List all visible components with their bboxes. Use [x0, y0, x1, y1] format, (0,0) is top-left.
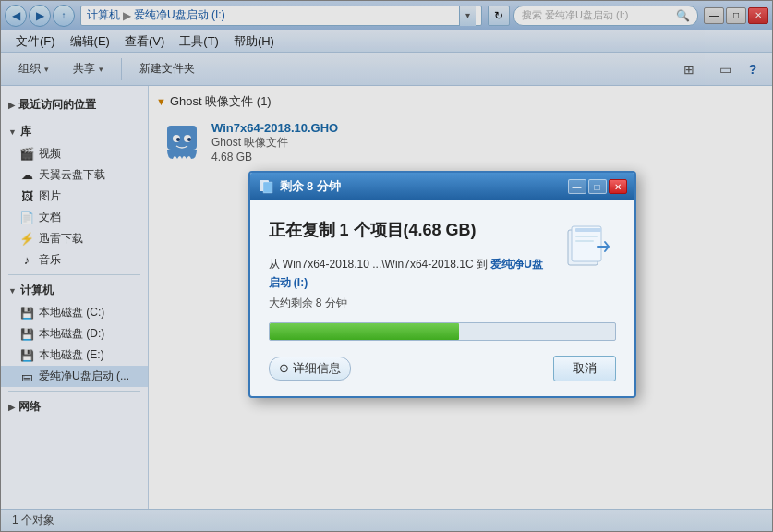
dialog-controls: — □ ✕	[568, 179, 627, 194]
dialog-titlebar: 剩余 8 分钟 — □ ✕	[250, 173, 634, 200]
copy-animation-icon	[561, 219, 616, 274]
from-path: Win7x64-2018.10 ...\Win7x64-2018.1C	[283, 258, 474, 271]
dialog-minimize-button[interactable]: —	[568, 179, 586, 194]
copy-dialog: 剩余 8 分钟 — □ ✕ 正在复制 1 个项目(4.68 GB) 从 Win7…	[248, 171, 636, 397]
dialog-title: 剩余 8 分钟	[280, 178, 568, 195]
to-label: 到	[477, 258, 488, 271]
svg-rect-11	[575, 240, 594, 242]
dialog-main-text: 正在复制 1 个项目(4.68 GB)	[269, 219, 550, 241]
dialog-from-text: 从 Win7x64-2018.10 ...\Win7x64-2018.1C 到 …	[269, 256, 550, 291]
progress-fill	[270, 323, 460, 340]
svg-rect-10	[575, 236, 598, 237]
cancel-button[interactable]: 取消	[553, 356, 616, 381]
details-button[interactable]: ⊙ 详细信息	[269, 357, 351, 381]
progress-track	[269, 322, 616, 341]
from-label: 从	[269, 258, 280, 271]
dialog-overlay: 剩余 8 分钟 — □ ✕ 正在复制 1 个项目(4.68 GB) 从 Win7…	[0, 0, 773, 532]
details-label: 详细信息	[293, 360, 341, 377]
dialog-close-button[interactable]: ✕	[609, 179, 627, 194]
dialog-footer: ⊙ 详细信息 取消	[269, 356, 616, 381]
details-expand-icon: ⊙	[279, 361, 289, 375]
svg-rect-9	[575, 228, 601, 232]
svg-rect-6	[263, 182, 272, 193]
dialog-remaining: 大约剩余 8 分钟	[269, 296, 550, 311]
dialog-title-icon	[258, 178, 274, 195]
dialog-maximize-button[interactable]: □	[588, 179, 607, 194]
dialog-body: 正在复制 1 个项目(4.68 GB) 从 Win7x64-2018.10 ..…	[250, 200, 634, 395]
